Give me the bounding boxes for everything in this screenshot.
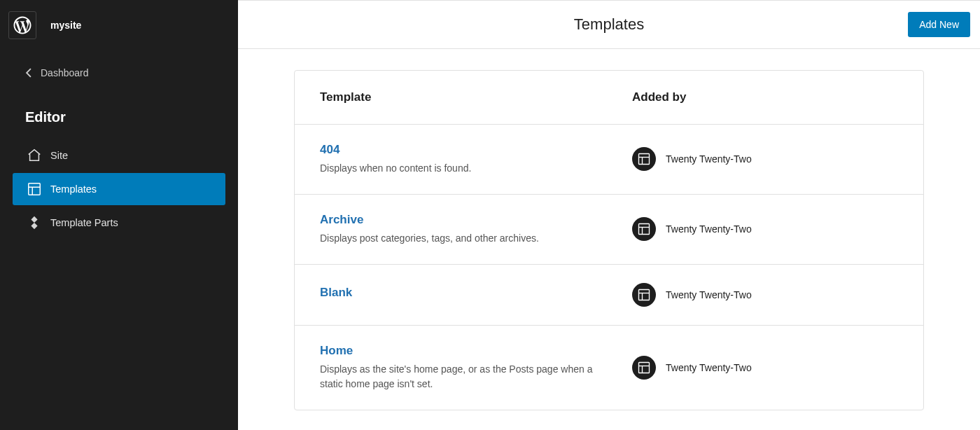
added-by-cell: Twenty Twenty-Two <box>632 147 898 171</box>
sidebar-item-templates[interactable]: Templates <box>13 173 225 205</box>
column-header-added-by: Added by <box>632 90 898 104</box>
wordpress-logo-icon[interactable] <box>8 11 36 39</box>
template-cell: Blank <box>320 286 632 304</box>
symbol-icon <box>27 215 42 230</box>
template-cell: 404Displays when no content is found. <box>320 143 632 176</box>
sidebar-item-label: Templates <box>50 183 97 195</box>
layout-icon <box>27 181 42 197</box>
theme-name: Twenty Twenty-Two <box>666 223 752 235</box>
svg-rect-0 <box>29 183 41 195</box>
template-cell: HomeDisplays as the site's home page, or… <box>320 344 632 391</box>
site-name: mysite <box>50 20 81 31</box>
table-row: 404Displays when no content is found.Twe… <box>295 125 923 195</box>
theme-layout-icon <box>632 356 656 380</box>
back-to-dashboard-link[interactable]: Dashboard <box>0 56 238 90</box>
table-row: BlankTwenty Twenty-Two <box>295 265 923 326</box>
template-title-link[interactable]: Archive <box>320 213 363 227</box>
theme-name: Twenty Twenty-Two <box>666 289 752 300</box>
column-header-template: Template <box>320 90 632 104</box>
back-label: Dashboard <box>41 67 89 78</box>
svg-rect-9 <box>639 289 650 300</box>
theme-name: Twenty Twenty-Two <box>666 362 752 373</box>
sidebar-item-label: Site <box>50 150 68 161</box>
sidebar-header: mysite <box>0 6 238 56</box>
template-description: Displays when no content is found. <box>320 161 611 176</box>
added-by-cell: Twenty Twenty-Two <box>632 217 898 241</box>
add-new-button[interactable]: Add New <box>908 12 970 37</box>
theme-name: Twenty Twenty-Two <box>666 153 752 165</box>
topbar: Templates Add New <box>238 0 980 49</box>
page-title: Templates <box>574 15 644 34</box>
theme-layout-icon <box>632 217 656 241</box>
theme-layout-icon <box>632 147 656 171</box>
svg-rect-3 <box>639 154 650 165</box>
added-by-cell: Twenty Twenty-Two <box>632 283 898 307</box>
template-description: Displays as the site's home page, or as … <box>320 362 611 391</box>
sidebar-section-title: Editor <box>0 90 238 138</box>
table-row: ArchiveDisplays post categories, tags, a… <box>295 195 923 265</box>
table-header: Template Added by <box>295 71 923 125</box>
template-title-link[interactable]: Home <box>320 344 353 358</box>
template-title-link[interactable]: 404 <box>320 143 340 157</box>
svg-rect-12 <box>639 362 650 373</box>
home-icon <box>27 148 42 163</box>
template-cell: ArchiveDisplays post categories, tags, a… <box>320 213 632 246</box>
chevron-left-icon <box>25 68 32 78</box>
theme-layout-icon <box>632 283 656 307</box>
sidebar-item-site[interactable]: Site <box>13 139 225 172</box>
svg-rect-6 <box>639 224 650 235</box>
sidebar-item-template-parts[interactable]: Template Parts <box>13 207 225 239</box>
content-area: Template Added by 404Displays when no co… <box>238 49 980 430</box>
added-by-cell: Twenty Twenty-Two <box>632 356 898 380</box>
templates-table: Template Added by 404Displays when no co… <box>294 70 924 410</box>
template-description: Displays post categories, tags, and othe… <box>320 231 611 246</box>
table-row: HomeDisplays as the site's home page, or… <box>295 326 923 410</box>
sidebar: mysite Dashboard Editor Site Templates T… <box>0 0 238 430</box>
main-content: Templates Add New Template Added by 404D… <box>238 0 980 430</box>
sidebar-item-label: Template Parts <box>50 217 118 228</box>
template-title-link[interactable]: Blank <box>320 286 352 300</box>
